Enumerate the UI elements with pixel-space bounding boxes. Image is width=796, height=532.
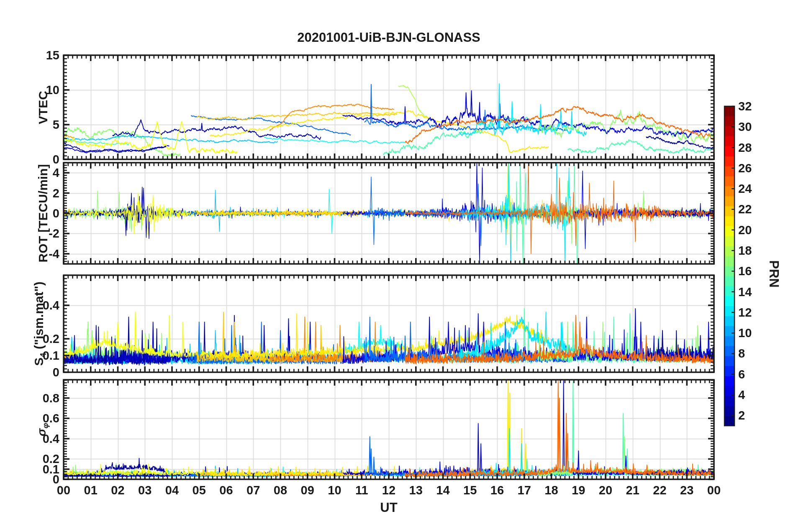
y-tick-label: 4	[53, 166, 59, 179]
y-tick-label: 0.6	[43, 412, 59, 425]
colorbar-tick-label: 8	[738, 347, 745, 360]
y-tick-label: 0.4	[43, 432, 59, 445]
colorbar-label: PRN	[766, 260, 781, 287]
colorbar-tick-label: 6	[738, 368, 745, 381]
chart-canvas	[0, 0, 796, 532]
x-tick-label: 16	[490, 483, 504, 497]
x-tick-label: 04	[165, 483, 179, 497]
x-tick-label: 00	[707, 483, 721, 497]
x-tick-label: 07	[247, 483, 260, 497]
x-tick-label: 19	[572, 483, 585, 497]
x-tick-label: 08	[274, 483, 287, 497]
x-tick-label: 02	[111, 483, 124, 497]
rot-axis-label: ROT [TECU/min]	[36, 164, 50, 263]
colorbar-tick-label: 2	[738, 409, 745, 422]
figure: 20201001-UiB-BJN-GLONASS VTEC ROT [TECU/…	[0, 0, 796, 532]
y-tick-label: -4	[49, 247, 59, 261]
colorbar-tick-label: 16	[738, 264, 752, 278]
x-tick-label: 11	[355, 483, 368, 497]
colorbar-tick-label: 26	[738, 161, 752, 175]
x-tick-label: 18	[544, 483, 558, 497]
x-tick-label: 13	[409, 483, 423, 497]
y-tick-label: 2	[53, 187, 59, 200]
colorbar-tick-label: 18	[738, 244, 752, 257]
x-axis-label: UT	[380, 500, 397, 515]
x-tick-label: 22	[653, 483, 666, 497]
colorbar-tick-label: 28	[738, 141, 752, 154]
y-tick-label: -2	[49, 227, 59, 240]
colorbar-tick-label: 14	[738, 285, 752, 299]
colorbar-tick-label: 30	[738, 120, 752, 133]
colorbar-tick-label: 32	[738, 100, 752, 113]
colorbar-tick-label: 4	[738, 388, 745, 402]
chart-title: 20201001-UiB-BJN-GLONASS	[297, 30, 480, 45]
colorbar-tick-label: 20	[738, 223, 752, 237]
colorbar-tick-label: 24	[738, 182, 752, 195]
y-tick-label: 0.1	[43, 349, 59, 362]
y-tick-label: 5	[53, 118, 59, 131]
y-tick-label: 0	[53, 207, 59, 220]
y-tick-label: 0	[53, 153, 59, 166]
x-tick-label: 23	[680, 483, 693, 497]
x-tick-label: 14	[436, 483, 449, 497]
y-tick-label: 0.4	[43, 299, 59, 312]
y-tick-label: 0.2	[43, 452, 59, 466]
y-tick-label: 0.8	[43, 391, 59, 405]
x-tick-label: 05	[193, 483, 206, 497]
y-tick-label: 15	[46, 49, 59, 62]
x-tick-label: 03	[138, 483, 151, 497]
x-tick-label: 15	[463, 483, 477, 497]
x-tick-label: 01	[84, 483, 98, 497]
x-tick-label: 09	[301, 483, 314, 497]
x-tick-label: 17	[518, 483, 531, 497]
x-tick-label: 10	[328, 483, 341, 497]
x-tick-label: 21	[626, 483, 639, 497]
colorbar-tick-label: 10	[738, 326, 752, 340]
y-tick-label: 0.2	[43, 332, 59, 345]
x-tick-label: 20	[599, 483, 612, 497]
x-tick-label: 06	[219, 483, 233, 497]
colorbar-tick-label: 22	[738, 202, 752, 216]
colorbar-tick-label: 12	[738, 306, 752, 319]
y-tick-label: 10	[46, 83, 59, 97]
x-tick-label: 12	[382, 483, 395, 497]
y-tick-label: 0	[53, 366, 59, 379]
